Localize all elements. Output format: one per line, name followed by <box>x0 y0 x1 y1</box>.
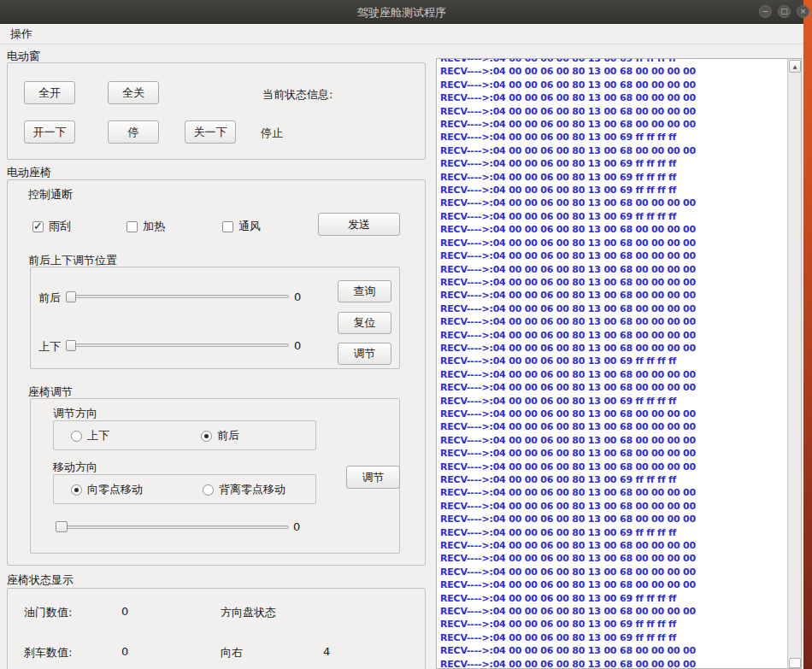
log-line[interactable]: RECV---->:04 00 00 06 00 80 13 00 68 00 … <box>440 263 784 276</box>
checkbox-box-icon <box>32 221 44 232</box>
front-back-slider-label: 前后 <box>38 290 61 306</box>
log-line[interactable]: RECV---->:04 00 00 06 00 80 13 00 68 00 … <box>440 79 784 91</box>
log-line[interactable]: RECV---->:04 00 00 06 00 80 13 00 68 00 … <box>440 500 784 513</box>
movement-fromzero-radio[interactable]: 背离零点移动 <box>203 482 285 497</box>
log-line[interactable]: RECV---->:04 00 00 06 00 80 13 00 68 00 … <box>440 368 784 381</box>
log-line[interactable]: RECV---->:04 00 00 06 00 80 13 00 68 00 … <box>440 447 784 460</box>
log-line[interactable]: RECV---->:04 00 00 06 00 80 13 00 68 00 … <box>440 223 784 236</box>
log-line[interactable]: RECV---->:04 00 00 06 00 80 13 00 68 00 … <box>440 302 784 315</box>
position-adjust-button[interactable]: 调节 <box>338 343 391 365</box>
status-group-title: 座椅状态显示 <box>7 572 74 588</box>
window-status-value: 停止 <box>261 126 283 141</box>
throttle-value: 0 <box>121 605 128 618</box>
log-line[interactable]: RECV---->:04 00 00 06 00 80 13 00 69 ff … <box>440 131 784 144</box>
log-line[interactable]: RECV---->:04 00 00 06 00 80 13 00 68 00 … <box>440 91 784 104</box>
direction-group-title: 调节方向 <box>53 406 97 421</box>
log-line[interactable]: RECV---->:04 00 00 06 00 80 13 00 68 00 … <box>440 461 784 473</box>
log-line[interactable]: RECV---->:04 00 00 06 00 80 13 00 69 ff … <box>440 395 784 408</box>
log-line[interactable]: RECV---->:04 00 00 06 00 80 13 00 68 00 … <box>440 65 784 78</box>
log-line[interactable]: RECV---->:04 00 00 06 00 80 13 00 68 00 … <box>440 381 784 394</box>
log-line[interactable]: RECV---->:04 00 00 06 00 80 13 00 68 00 … <box>440 434 784 447</box>
full-open-button[interactable]: 全开 <box>24 81 75 104</box>
send-button[interactable]: 发送 <box>318 213 400 236</box>
log-line[interactable]: RECV---->:04 00 00 06 00 80 13 00 68 00 … <box>440 237 784 249</box>
titlebar[interactable]: 驾驶座舱测试程序 − □ × <box>0 0 803 24</box>
steering-angle-value: 4 <box>323 645 330 658</box>
front-back-slider-value: 0 <box>294 290 301 303</box>
front-back-slider-handle[interactable] <box>66 291 76 302</box>
stop-button[interactable]: 停 <box>108 120 159 144</box>
maximize-icon[interactable]: □ <box>778 5 791 18</box>
log-line[interactable]: RECV---->:04 00 00 06 00 80 13 00 68 00 … <box>440 408 784 420</box>
ventilation-checkbox-label: 通风 <box>238 219 261 234</box>
scrollbar-up-icon[interactable]: ▲ <box>789 60 801 73</box>
ventilation-checkbox[interactable]: 通风 <box>222 219 261 234</box>
seat-adjust-slider-handle[interactable] <box>56 521 68 532</box>
log-line[interactable]: RECV---->:04 00 00 06 00 80 13 00 69 ff … <box>440 210 784 223</box>
front-back-slider[interactable] <box>66 295 289 298</box>
log-line[interactable]: RECV---->:04 00 00 06 00 80 13 00 68 00 … <box>440 552 784 565</box>
window-group-box <box>7 62 426 160</box>
log-line[interactable]: RECV---->:04 00 00 06 00 80 13 00 69 ff … <box>440 526 784 539</box>
scrollbar-thumb[interactable] <box>789 658 801 668</box>
log-scrollbar[interactable]: ▲ <box>787 59 801 668</box>
log-line[interactable]: RECV---->:04 00 00 06 00 80 13 00 68 00 … <box>440 144 784 157</box>
menu-item-operation[interactable]: 操作 <box>7 24 36 44</box>
close-once-button[interactable]: 关一下 <box>185 120 236 144</box>
open-once-button[interactable]: 开一下 <box>24 120 75 144</box>
log-line[interactable]: RECV---->:04 00 00 06 00 80 13 00 68 00 … <box>440 118 784 131</box>
steering-status-label: 方向盘状态 <box>221 605 276 620</box>
direction-updown-label: 上下 <box>87 428 109 443</box>
log-line[interactable]: RECV---->:04 00 00 06 00 80 13 00 68 00 … <box>440 249 784 262</box>
query-button[interactable]: 查询 <box>338 280 391 302</box>
log-line[interactable]: RECV---->:04 00 00 06 00 80 13 00 69 ff … <box>440 618 784 631</box>
recv-log-list[interactable]: RECV---->:04 00 00 06 00 80 13 00 69 ff … <box>436 58 802 669</box>
minimize-icon[interactable]: − <box>759 5 772 18</box>
movement-tozero-radio[interactable]: 向零点移动 <box>71 482 143 497</box>
log-line[interactable]: RECV---->:04 00 00 06 00 80 13 00 68 00 … <box>440 513 784 525</box>
log-line[interactable]: RECV---->:04 00 00 06 00 80 13 00 68 00 … <box>440 644 784 657</box>
up-down-slider-label: 上下 <box>38 339 61 355</box>
log-line[interactable]: RECV---->:04 00 00 06 00 80 13 00 69 ff … <box>440 592 784 605</box>
log-line[interactable]: RECV---->:04 00 00 06 00 80 13 00 69 ff … <box>440 157 784 170</box>
log-line[interactable]: RECV---->:04 00 00 06 00 80 13 00 68 00 … <box>440 486 784 499</box>
full-close-button[interactable]: 全关 <box>108 81 159 104</box>
log-line[interactable]: RECV---->:04 00 00 06 00 80 13 00 68 00 … <box>440 289 784 302</box>
brake-label: 刹车数值: <box>24 645 72 660</box>
log-line[interactable]: RECV---->:04 00 00 06 00 80 13 00 68 00 … <box>440 566 784 578</box>
log-line[interactable]: RECV---->:04 00 00 06 00 80 13 00 69 ff … <box>440 473 784 486</box>
control-switch-label: 控制通断 <box>28 187 73 202</box>
up-down-slider-handle[interactable] <box>66 340 76 351</box>
log-line[interactable]: RECV---->:04 00 00 06 00 80 13 00 68 00 … <box>440 105 784 118</box>
up-down-slider[interactable] <box>66 343 289 347</box>
close-icon[interactable]: × <box>797 5 809 18</box>
log-line[interactable]: RECV---->:04 00 00 06 00 80 13 00 69 ff … <box>440 58 784 65</box>
desktop-background: 驾驶座舱测试程序 − □ × 操作 电动窗 全开 全关 当前状态信息: 开一下 … <box>0 0 812 669</box>
seat-adjust-slider-value: 0 <box>293 520 300 533</box>
log-line[interactable]: RECV---->:04 00 00 06 00 80 13 00 68 00 … <box>440 276 784 289</box>
heating-checkbox[interactable]: 加热 <box>127 219 165 234</box>
log-line[interactable]: RECV---->:04 00 00 06 00 80 13 00 68 00 … <box>440 539 784 552</box>
log-line[interactable]: RECV---->:04 00 00 06 00 80 13 00 69 ff … <box>440 631 784 644</box>
log-line[interactable]: RECV---->:04 00 00 06 00 80 13 00 68 00 … <box>440 342 784 355</box>
log-line[interactable]: RECV---->:04 00 00 06 00 80 13 00 69 ff … <box>440 355 784 367</box>
direction-updown-radio[interactable]: 上下 <box>71 428 109 443</box>
log-line[interactable]: RECV---->:04 00 00 06 00 80 13 00 68 00 … <box>440 197 784 209</box>
log-content: RECV---->:04 00 00 06 00 80 13 00 69 ff … <box>440 58 784 669</box>
log-line[interactable]: RECV---->:04 00 00 06 00 80 13 00 69 ff … <box>440 171 784 184</box>
seat-adjust-button[interactable]: 调节 <box>346 466 400 489</box>
up-down-slider-value: 0 <box>294 339 301 352</box>
log-line[interactable]: RECV---->:04 00 00 06 00 80 13 00 68 00 … <box>440 658 784 669</box>
radio-circle-icon <box>71 431 82 442</box>
log-line[interactable]: RECV---->:04 00 00 06 00 80 13 00 68 00 … <box>440 420 784 433</box>
log-line[interactable]: RECV---->:04 00 00 06 00 80 13 00 68 00 … <box>440 578 784 591</box>
seat-adjust-slider[interactable] <box>56 525 289 529</box>
wiper-checkbox[interactable]: 雨刮 <box>32 219 71 234</box>
log-line[interactable]: RECV---->:04 00 00 06 00 80 13 00 69 ff … <box>440 184 784 197</box>
log-line[interactable]: RECV---->:04 00 00 06 00 80 13 00 68 00 … <box>440 315 784 328</box>
log-line[interactable]: RECV---->:04 00 00 06 00 80 13 00 68 00 … <box>440 329 784 342</box>
wiper-checkbox-label: 雨刮 <box>49 219 71 234</box>
log-line[interactable]: RECV---->:04 00 00 06 00 80 13 00 68 00 … <box>440 605 784 618</box>
direction-frontback-radio[interactable]: 前后 <box>201 428 239 443</box>
reset-button[interactable]: 复位 <box>338 312 391 334</box>
